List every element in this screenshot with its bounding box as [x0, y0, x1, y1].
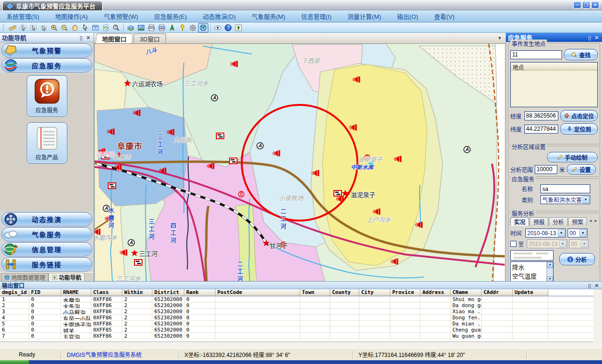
menu-item-3[interactable]: 应急服务(E) [154, 12, 187, 21]
column-header-Within[interactable]: Within [122, 289, 152, 296]
table-row[interactable]: 10水磨沟0XFF8626523020000Shui mo gou [0, 296, 594, 302]
menu-item-9[interactable]: 查看(V) [434, 12, 454, 21]
pin-icon[interactable]: ▯ [586, 282, 593, 289]
latitude-input[interactable] [524, 125, 558, 134]
menu-item-7[interactable]: 测量计算(M) [348, 12, 381, 21]
print-preview-icon[interactable] [157, 23, 167, 32]
layers-icon[interactable] [126, 23, 136, 32]
start-button-sliver[interactable] [0, 360, 29, 364]
column-header-CAddr[interactable]: CAddr [482, 289, 513, 296]
menu-item-8[interactable]: 输出(O) [397, 12, 418, 21]
select-rect-icon[interactable] [28, 23, 39, 32]
pointer-icon[interactable] [80, 23, 90, 32]
set-range-button[interactable]: 设置 [567, 164, 596, 174]
launcher-emergency-product[interactable]: 应急产品 [27, 122, 67, 164]
table-row[interactable]: 60城关0XFF8526523020000Cheng guan [0, 327, 594, 333]
column-header-dmgis_id[interactable]: dmgis_id [0, 289, 29, 296]
nav-section-bottom-3[interactable]: 服务链接 [1, 257, 92, 271]
nav-section-bottom-2[interactable]: 信息管理 [1, 242, 92, 256]
export-image-icon[interactable] [136, 23, 146, 32]
analysis-tab-0[interactable]: 实况 [510, 217, 529, 226]
menu-item-1[interactable]: 地图操作(A) [55, 12, 87, 21]
analysis-tab-1[interactable]: 预报 [530, 217, 548, 226]
eye-icon[interactable] [213, 23, 223, 32]
identify-icon[interactable]: ? [111, 23, 121, 32]
service-type-select[interactable]: 气象和洪水灾害 ▼ [540, 195, 590, 204]
menu-item-2[interactable]: 气象预警(W) [104, 12, 138, 21]
location-list[interactable]: 地点 [510, 62, 598, 107]
range-input[interactable] [535, 165, 557, 174]
column-header-County[interactable]: County [330, 289, 359, 296]
menu-item-0[interactable]: 系统管理(S) [7, 12, 39, 21]
placemark-icon[interactable] [177, 23, 188, 32]
column-header-Town[interactable]: Town [300, 289, 330, 296]
table-row[interactable]: 50大面场子沟0XFF8626523020000Da mian ... [0, 321, 594, 327]
map-tab-dropdown-icon[interactable]: ▼ [498, 36, 502, 40]
location-search-input[interactable] [510, 50, 562, 59]
locate-to-button[interactable]: 定位到 [560, 123, 598, 135]
column-header-City[interactable]: City [359, 289, 390, 296]
left-tab-1[interactable]: 功能导航 [48, 273, 85, 281]
column-header-Update[interactable]: Update [513, 289, 548, 296]
select-polygon-icon[interactable] [39, 23, 49, 32]
dropdown-arrow-icon[interactable]: ▼ [558, 229, 565, 237]
close-icon[interactable]: ✕ [593, 34, 600, 41]
tab-scroll-icons[interactable]: ◂ ▸ [589, 218, 598, 223]
column-header-Provice[interactable]: Provice [390, 289, 420, 296]
service-name-input[interactable] [540, 184, 590, 193]
refresh-icon[interactable] [101, 23, 111, 32]
nav-section-top-1[interactable]: 应急服务 [1, 58, 92, 72]
date-select[interactable]: 2010-08-13▼ [525, 229, 566, 237]
pin-icon[interactable]: ▯ [78, 34, 85, 41]
to-checkbox[interactable] [510, 241, 516, 247]
table-row[interactable]: 40东风一小队0XFF8626523020000Dong fen... [0, 315, 594, 321]
element-preview-box[interactable] [510, 250, 554, 261]
restore-button[interactable]: ❐ [582, 1, 590, 8]
element-list-item[interactable]: 空气温度 [512, 271, 552, 280]
close-icon[interactable]: ✕ [593, 282, 600, 289]
table-row[interactable]: 30小马厩沟0XFF8626523020000Xiao ma ... [0, 309, 594, 315]
menu-item-6[interactable]: 信息管理(I) [301, 12, 332, 21]
element-list-item[interactable]: 降水 [512, 262, 552, 271]
zoom-in-icon[interactable] [49, 23, 59, 32]
column-header-PostCode[interactable]: PostCode [215, 289, 300, 296]
hour-select[interactable]: 00▼ [568, 229, 587, 237]
close-button[interactable]: ✕ [591, 1, 599, 8]
column-header-RNAME[interactable]: RNAME [61, 289, 91, 296]
dropdown-arrow-icon[interactable]: ▼ [579, 229, 586, 237]
zoom-out-icon[interactable] [59, 23, 70, 32]
table-row[interactable]: 70五官沟0XFF8626523020000Wu guan gou [0, 333, 594, 339]
toolbar-grip[interactable] [3, 24, 6, 32]
manual-draw-button[interactable]: 手动绘制 [547, 152, 598, 162]
column-header-Class[interactable]: Class [91, 289, 122, 296]
table-row[interactable]: 20大冬沟0XFF8626523020000Da dong gou [0, 302, 594, 309]
settings-gear-icon[interactable] [188, 23, 198, 32]
nav-section-bottom-0[interactable]: 动态推演 [1, 212, 92, 226]
nav-section-top-0[interactable]: 气象预警 [1, 43, 92, 57]
close-icon[interactable]: ✕ [85, 34, 92, 41]
nav-section-bottom-1[interactable]: 气象服务 [1, 227, 92, 241]
help-icon[interactable]: ? [223, 23, 233, 32]
element-list[interactable]: 降水空气温度 ▲▼ [510, 261, 554, 283]
column-header-CName[interactable]: CName [451, 289, 482, 296]
map-tab-1[interactable]: 3D窗口 [134, 33, 166, 43]
column-header-FID[interactable]: FID [29, 289, 61, 296]
pan-icon[interactable] [70, 23, 80, 32]
dropdown-arrow-icon[interactable]: ▼ [582, 196, 589, 203]
minimize-button[interactable]: ─ [573, 1, 581, 8]
analysis-tab-3[interactable]: 预案 [568, 217, 587, 226]
map-canvas[interactable]: 八斗下西泉六运湖农场三工河乡九运街阜康市城关镇阜康市三工河滋泥泉子中新水库滋泥泉… [94, 44, 505, 281]
column-header-Address[interactable]: Address [420, 289, 451, 296]
output-table[interactable]: dmgis_idFIDRNAMEClassWithinDistrictRankP… [0, 289, 594, 342]
list-scrollbar[interactable]: ▲▼ [547, 262, 553, 283]
menu-item-5[interactable]: 气象服务(M) [252, 12, 285, 21]
click-locate-button[interactable]: 点击定位 [560, 110, 598, 121]
globe-tool-icon[interactable] [198, 23, 208, 32]
analysis-tab-2[interactable]: 分析 [549, 217, 568, 226]
column-header-Rank[interactable]: Rank [184, 289, 215, 296]
pin-icon[interactable]: ▯ [586, 34, 593, 41]
launcher-emergency-service[interactable]: 应急服务 [27, 75, 67, 117]
select-point-icon[interactable] [18, 23, 28, 32]
menu-item-4[interactable]: 动态推演(D) [203, 12, 236, 21]
left-tab-0[interactable]: 地图数据管理 [1, 273, 48, 281]
